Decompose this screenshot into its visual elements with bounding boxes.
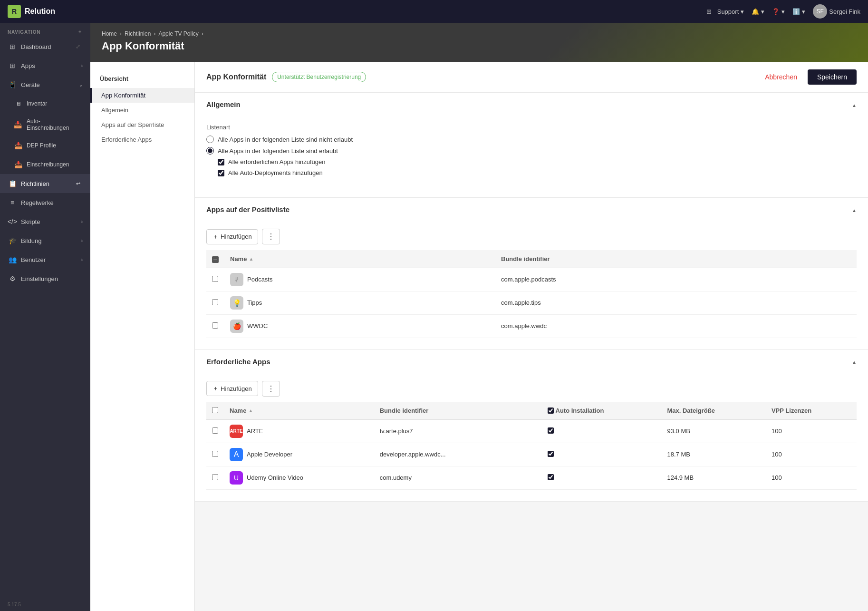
- help-button[interactable]: ❓ ▾: [772, 8, 785, 15]
- erforderliche-apps-table: Name ▲ Bundle identifier: [206, 402, 857, 490]
- benutzerregistrierung-tag[interactable]: Unterstützt Benutzerregistrierung: [272, 72, 366, 82]
- info-button[interactable]: ℹ️ ▾: [792, 8, 805, 15]
- sidebar-item-apps[interactable]: ⊞ Apps ›: [0, 56, 90, 75]
- form-inner: App Konformität Unterstützt Benutzerregi…: [195, 62, 868, 502]
- breadcrumb-policy[interactable]: Apple TV Policy: [158, 30, 199, 37]
- th-name-ea[interactable]: Name ▲: [224, 402, 374, 420]
- sidebar-item-bildung[interactable]: 🎓 Bildung ›: [0, 231, 90, 250]
- checkbox-erforderliche[interactable]: Alle erforderlichen Apps hinzufügen: [218, 158, 857, 165]
- side-nav-item-apps-sperrliste[interactable]: Apps auf der Sperrliste: [90, 117, 194, 132]
- chevron-right-icon-benutzer: ›: [81, 257, 83, 262]
- page-title: App Konformität: [102, 40, 857, 52]
- regelwerke-icon: ≡: [8, 198, 17, 207]
- th-checkbox[interactable]: [206, 250, 224, 268]
- th-auto-install[interactable]: Auto Installation: [542, 402, 662, 420]
- sidebar-label-einschreibungen: Einschreibungen: [27, 161, 69, 168]
- erforderliche-apps-add-button[interactable]: ＋ Hinzufügen: [206, 381, 258, 396]
- th-bundle[interactable]: Bundle identifier: [495, 250, 857, 268]
- positivliste-add-button[interactable]: ＋ Hinzufügen: [206, 229, 258, 244]
- side-nav-item-allgemein[interactable]: Allgemein: [90, 103, 194, 117]
- row-checkbox-ea[interactable]: [212, 451, 218, 457]
- side-nav-section: Übersicht: [90, 71, 194, 88]
- sidebar-item-auto-einschreibungen[interactable]: 📥 Auto-Einschreibungen: [0, 113, 90, 136]
- auto-install-checkbox[interactable]: [548, 474, 554, 480]
- radio-not-allowed-input[interactable]: [206, 136, 214, 143]
- side-nav-item-erforderliche-apps[interactable]: Erforderliche Apps: [90, 132, 194, 147]
- row-checkbox[interactable]: [212, 299, 218, 305]
- side-nav: Übersicht App Konformität Allgemein Apps…: [90, 62, 195, 611]
- allgemein-title: Allgemein: [206, 100, 241, 108]
- sidebar-item-benutzer[interactable]: 👥 Benutzer ›: [0, 250, 90, 269]
- select-all-ea-checkbox[interactable]: [212, 407, 218, 413]
- row-checkbox-ea[interactable]: [212, 474, 218, 480]
- app-name: Podcasts: [247, 276, 272, 283]
- table-row: A Apple Developer developer.apple.wwdc..…: [206, 443, 857, 466]
- sidebar-item-inventar[interactable]: 🖥 Inventar: [0, 94, 90, 113]
- sort-icon-name: ▲: [249, 256, 253, 262]
- sidebar-item-dashboard[interactable]: ⊞ Dashboard ⤢: [0, 37, 90, 56]
- auto-install-checkbox[interactable]: [548, 451, 554, 457]
- sidebar-item-skripte[interactable]: </> Skripte ›: [0, 212, 90, 231]
- auto-install-checkbox[interactable]: [548, 427, 554, 434]
- erforderliche-apps-section-header[interactable]: Erforderliche Apps: [195, 350, 868, 373]
- sort-icon-name-ea: ▲: [248, 408, 253, 413]
- sidebar-item-einschreibungen[interactable]: 📥 Einschreibungen: [0, 155, 90, 174]
- sidebar-item-geraete[interactable]: 📱 Geräte ⌄: [0, 75, 90, 94]
- sidebar-label-richtlinien: Richtlinien: [21, 180, 49, 187]
- save-button[interactable]: Speichern: [808, 69, 857, 85]
- side-nav-item-app-konformitaet[interactable]: App Konformität: [90, 88, 194, 103]
- einstellungen-icon: ⚙: [8, 274, 17, 283]
- apps-icon: ⊞: [8, 61, 17, 70]
- sidebar: NAVIGATION ＋ ⊞ Dashboard ⤢ ⊞ Apps › 📱 Ge…: [0, 23, 90, 611]
- dashboard-icon: ⊞: [8, 42, 17, 51]
- th-checkbox-ea[interactable]: [206, 402, 224, 420]
- th-max-size[interactable]: Max. Dateigröße: [661, 402, 765, 420]
- row-checkbox[interactable]: [212, 276, 218, 282]
- radio-not-allowed[interactable]: Alle Apps in der folgenden Liste sind ni…: [206, 136, 857, 143]
- auto-install-header-checkbox[interactable]: [548, 407, 554, 414]
- row-checkbox-ea[interactable]: [212, 427, 218, 434]
- richtlinien-icon: 📋: [8, 179, 17, 188]
- dep-profile-icon: 📥: [13, 141, 23, 150]
- allgemein-section-header[interactable]: Allgemein: [195, 93, 868, 116]
- checkbox-auto-deployments-input[interactable]: [218, 170, 224, 176]
- app-icon-arte: ARTE: [230, 425, 243, 438]
- th-vpp[interactable]: VPP Lizenzen: [766, 402, 857, 420]
- logo-text: Relution: [25, 7, 55, 16]
- notifications-button[interactable]: 🔔 ▾: [752, 8, 764, 15]
- cancel-button[interactable]: Abbrechen: [759, 70, 803, 84]
- sidebar-item-dep-profile[interactable]: 📥 DEP Profile: [0, 136, 90, 155]
- breadcrumb-sep1: ›: [120, 30, 122, 37]
- page-header: Home › Richtlinien › Apple TV Policy › A…: [90, 23, 868, 62]
- th-bundle-ea[interactable]: Bundle identifier: [374, 402, 542, 420]
- sidebar-item-einstellungen[interactable]: ⚙ Einstellungen: [0, 269, 90, 288]
- checkbox-erforderliche-input[interactable]: [218, 159, 224, 165]
- breadcrumb-richtlinien[interactable]: Richtlinien: [125, 30, 151, 37]
- positivliste-more-button[interactable]: ⋮: [262, 229, 280, 244]
- radio-allowed-input[interactable]: [206, 147, 214, 155]
- erforderliche-apps-actions: ＋ Hinzufügen ⋮: [206, 381, 857, 397]
- breadcrumb-home[interactable]: Home: [102, 30, 117, 37]
- sidebar-item-regelwerke[interactable]: ≡ Regelwerke: [0, 193, 90, 212]
- card-title: App Konformität: [206, 73, 266, 81]
- table-row: 🎙 Podcasts com.apple.podcasts: [206, 268, 857, 291]
- support-menu[interactable]: ⊞ _Support ▾: [706, 8, 744, 15]
- erforderliche-apps-collapse-icon: [852, 358, 857, 365]
- checkbox-auto-deployments[interactable]: Alle Auto-Deployments hinzufügen: [218, 169, 857, 176]
- chevron-right-icon: ›: [81, 63, 83, 68]
- sidebar-label-geraete: Geräte: [21, 81, 40, 88]
- sidebar-label-einstellungen: Einstellungen: [21, 275, 58, 282]
- select-all-checkbox[interactable]: [212, 256, 219, 263]
- main-layout: NAVIGATION ＋ ⊞ Dashboard ⤢ ⊞ Apps › 📱 Ge…: [0, 23, 868, 611]
- sidebar-label-dep-profile: DEP Profile: [27, 142, 56, 149]
- chevron-down-icon: ⌄: [79, 82, 83, 87]
- row-checkbox[interactable]: [212, 322, 218, 329]
- radio-allowed[interactable]: Alle Apps in der folgenden Liste sind er…: [206, 147, 857, 155]
- th-name[interactable]: Name ▲: [224, 250, 495, 268]
- positivliste-section-header[interactable]: Apps auf der Positivliste: [195, 198, 868, 221]
- erforderliche-apps-more-button[interactable]: ⋮: [262, 381, 280, 397]
- plus-icon[interactable]: ＋: [77, 29, 83, 35]
- sidebar-item-richtlinien[interactable]: 📋 Richtlinien ↩: [0, 174, 90, 193]
- user-menu[interactable]: SF Sergei Fink: [813, 4, 860, 19]
- sidebar-label-dashboard: Dashboard: [21, 43, 51, 50]
